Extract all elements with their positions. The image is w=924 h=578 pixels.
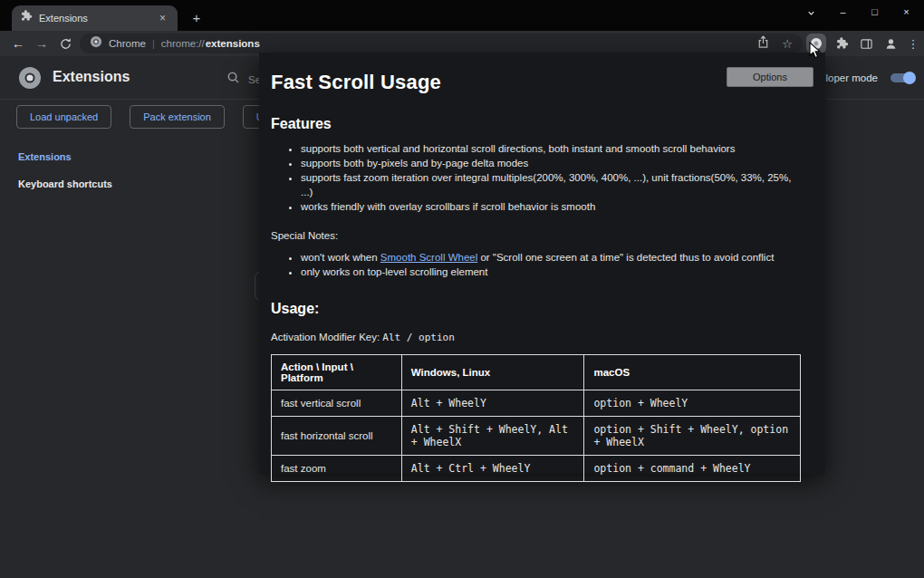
cell-macos-keys: option + WheelY (584, 390, 801, 417)
forward-button[interactable]: → (31, 33, 53, 54)
load-unpacked-button[interactable]: Load unpacked (16, 105, 111, 129)
share-icon[interactable] (756, 35, 770, 53)
header-windows-linux: Windows, Linux (401, 355, 584, 390)
cell-windows-keys: Alt + WheelY (401, 390, 584, 417)
pack-extension-button[interactable]: Pack extension (130, 105, 225, 129)
address-bar[interactable]: Chrome | chrome:// extensions ☆ (80, 34, 803, 53)
cell-action: fast vertical scroll (272, 390, 402, 417)
table-header-row: Action \ Input \ Platform Windows, Linux… (272, 355, 801, 390)
popup-title: Fast Scroll Usage (271, 71, 801, 94)
usage-heading: Usage: (271, 301, 801, 317)
close-button[interactable]: × (890, 0, 922, 24)
profile-icon[interactable] (881, 34, 900, 53)
extensions-page-logo-icon (18, 66, 42, 93)
chrome-logo-icon (90, 35, 102, 52)
activation-modifier-line: Activation Modifier Key: Alt / option (271, 332, 801, 343)
tab-close-button[interactable]: × (156, 12, 169, 25)
table-row: fast vertical scroll Alt + WheelY option… (272, 390, 801, 417)
feature-item: supports both vertical and horizontal sc… (301, 141, 801, 156)
cell-windows-keys: Alt + Shift + WheelY, Alt + WheelX (401, 417, 584, 456)
side-panel-icon[interactable] (857, 34, 875, 53)
new-tab-button[interactable]: + (187, 9, 207, 29)
note-text: won't work when (301, 252, 380, 263)
titlebar: Extensions × + – □ × (0, 0, 924, 31)
fast-scroll-extension-icon[interactable] (806, 34, 826, 53)
sidebar-item-extensions[interactable]: Extensions (0, 143, 181, 170)
usage-table: Action \ Input \ Platform Windows, Linux… (271, 354, 801, 482)
developer-mode-toggle[interactable] (890, 72, 915, 84)
cell-macos-keys: option + command + WheelY (584, 456, 801, 482)
cell-action: fast zoom (272, 456, 402, 482)
features-list: supports both vertical and horizontal sc… (271, 141, 801, 214)
browser-window: Extensions × + – □ × ← → Chrome | chrome… (0, 0, 924, 578)
header-macos: macOS (584, 355, 801, 390)
browser-menu-icon[interactable]: ⋮ (906, 37, 920, 51)
back-button[interactable]: ← (7, 33, 29, 54)
page-title: Extensions (53, 69, 130, 85)
special-notes-list: won't work when Smooth Scroll Wheel or "… (271, 250, 801, 279)
note-text: or "Scroll one screen at a time" is dete… (477, 252, 774, 263)
note-item: won't work when Smooth Scroll Wheel or "… (301, 250, 801, 265)
fast-scroll-popup: Options Fast Scroll Usage Features suppo… (259, 53, 825, 474)
sidebar-nav: Extensions Keyboard shortcuts (0, 143, 181, 197)
window-controls: – □ × (795, 0, 922, 24)
note-item: only works on top-level scrolling elemen… (301, 265, 801, 279)
search-icon (226, 71, 240, 88)
toggle-knob (903, 72, 916, 84)
table-row: fast horizontal scroll Alt + Shift + Whe… (272, 417, 801, 456)
maximize-button[interactable]: □ (859, 0, 890, 24)
smooth-scroll-wheel-link[interactable]: Smooth Scroll Wheel (380, 252, 477, 263)
feature-item: supports both by-pixels and by-page delt… (301, 156, 801, 170)
minimize-button[interactable]: – (827, 0, 859, 24)
reload-button[interactable] (54, 33, 76, 54)
features-heading: Features (271, 116, 801, 132)
options-button[interactable]: Options (727, 67, 813, 87)
cell-macos-keys: option + Shift + WheelY, option + WheelX (584, 417, 801, 456)
address-url-host: extensions (206, 38, 260, 49)
extensions-puzzle-icon[interactable] (833, 34, 851, 53)
address-separator: | (152, 38, 155, 49)
feature-item: works friendly with overlay scrollbars i… (301, 199, 801, 214)
tab-title: Extensions (39, 13, 149, 24)
cell-windows-keys: Alt + Ctrl + WheelY (401, 456, 584, 482)
browser-tab-extensions[interactable]: Extensions × (12, 5, 178, 31)
activation-keys: Alt / option (382, 332, 454, 343)
address-app-label: Chrome (109, 38, 146, 49)
window-menu-chevron-icon[interactable] (795, 0, 827, 24)
special-notes-heading: Special Notes: (271, 230, 801, 241)
table-row: fast zoom Alt + Ctrl + WheelY option + c… (272, 456, 801, 482)
bookmark-star-icon[interactable]: ☆ (782, 38, 793, 50)
cell-action: fast horizontal scroll (272, 417, 402, 456)
puzzle-favicon-icon (20, 10, 33, 26)
sidebar-item-keyboard-shortcuts[interactable]: Keyboard shortcuts (0, 170, 181, 197)
activation-label: Activation Modifier Key: (271, 332, 382, 342)
address-url-scheme: chrome:// (161, 38, 205, 49)
header-action-input-platform: Action \ Input \ Platform (272, 355, 402, 390)
feature-item: supports fast zoom iteration over integr… (301, 170, 801, 199)
